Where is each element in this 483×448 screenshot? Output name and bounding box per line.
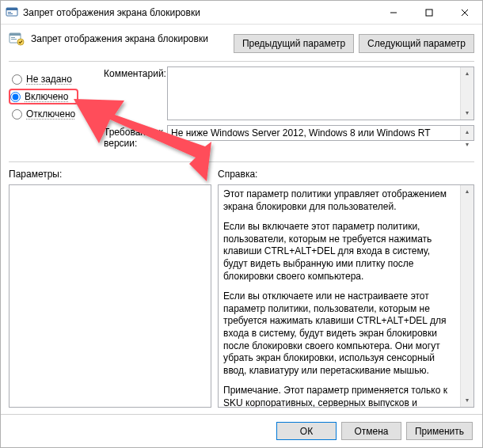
radio-disabled[interactable]: Отключено [10,106,104,122]
prev-setting-button[interactable]: Предыдущий параметр [234,34,354,53]
cancel-button[interactable]: Отмена [341,422,401,440]
minimize-button[interactable] [375,1,411,25]
help-pane: Справка: Этот параметр политики управляе… [218,165,474,408]
comment-label: Комментарий: [104,66,167,120]
maximize-button[interactable] [411,1,447,25]
comment-input[interactable] [168,67,460,120]
nav-buttons: Предыдущий параметр Следующий параметр [234,34,474,53]
svg-rect-1 [6,8,17,10]
help-paragraph: Если вы отключаете или не настраиваете э… [223,290,455,377]
params-content [10,185,211,407]
radio-not-configured-input[interactable] [12,74,22,85]
apply-button[interactable]: Применить [406,422,473,440]
comment-row: Комментарий: ▴ ▾ [104,66,474,120]
version-field: Не ниже Windows Server 2012, Windows 8 и… [167,125,474,141]
scroll-down-icon: ▾ [466,394,469,407]
scroll-down-icon: ▾ [466,107,469,120]
comment-field-wrap: ▴ ▾ [167,66,474,120]
radio-disabled-input[interactable] [12,109,22,120]
policy-title: Запрет отображения экрана блокировки [31,33,208,44]
scroll-up-icon: ▴ [466,126,469,139]
params-label: Параметры: [9,165,211,184]
help-box: Этот параметр политики управляет отображ… [218,184,474,408]
header-row: Запрет отображения экрана блокировки Пре… [1,25,482,56]
divider [9,161,474,162]
help-scrollbar[interactable]: ▴ ▾ [460,185,473,407]
help-label: Справка: [218,165,474,184]
svg-rect-3 [8,13,13,14]
state-radios: Не задано Включено Отключено [10,66,104,154]
radio-disabled-label: Отключено [26,108,75,120]
svg-rect-11 [11,39,17,40]
radio-enabled-label: Включено [25,91,68,102]
radio-enabled-input[interactable] [10,92,21,102]
help-content: Этот параметр политики управляет отображ… [219,185,460,407]
window-title: Запрет отображения экрана блокировки [23,7,375,18]
params-pane: Параметры: [9,165,211,408]
policy-icon [9,31,25,47]
bottom-bar: ОК Отмена Применить [1,414,482,447]
version-value: Не ниже Windows Server 2012, Windows 8 и… [168,126,460,140]
help-paragraph: Если вы включаете этот параметр политики… [223,221,455,283]
comment-scrollbar[interactable]: ▴ ▾ [460,67,473,120]
svg-rect-9 [10,33,21,36]
app-icon [6,6,18,19]
top-section: Не задано Включено Отключено Комментарий… [1,62,482,158]
scroll-down-icon: ▾ [466,139,469,151]
header-left: Запрет отображения экрана блокировки [9,31,234,47]
svg-rect-10 [11,37,15,38]
close-button[interactable] [447,1,482,25]
radio-not-configured-label: Не задано [26,74,72,85]
version-row: Требования к версии: Не ниже Windows Ser… [104,125,474,149]
help-paragraph: Примечание. Этот параметр применяется то… [223,385,455,407]
title-bar: Запрет отображения экрана блокировки [1,1,482,25]
svg-rect-2 [8,12,11,13]
radio-enabled[interactable]: Включено [9,89,78,104]
svg-rect-5 [426,9,432,16]
version-label: Требования к версии: [104,125,167,149]
params-box [9,184,211,408]
main-panes: Параметры: Справка: Этот параметр полити… [1,165,482,408]
ok-button[interactable]: ОК [276,422,337,440]
radio-not-configured[interactable]: Не задано [10,71,104,87]
form-column: Комментарий: ▴ ▾ Требования к версии: Не… [104,66,474,154]
scroll-up-icon: ▴ [466,67,469,80]
scroll-up-icon: ▴ [466,185,469,198]
version-scrollbar[interactable]: ▴ ▾ [460,126,473,140]
next-setting-button[interactable]: Следующий параметр [359,34,474,53]
help-paragraph: Этот параметр политики управляет отображ… [223,188,455,213]
